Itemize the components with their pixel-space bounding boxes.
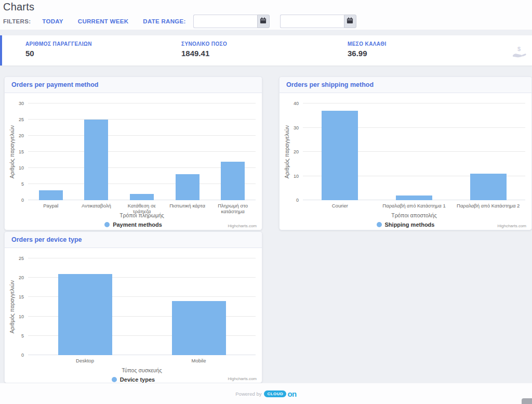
credits-link[interactable]: Highcharts.com bbox=[228, 224, 257, 228]
chart-card-device-types: Orders per device type Αριθμός παραγγελι… bbox=[4, 231, 262, 383]
legend-marker-icon bbox=[112, 377, 117, 382]
powered-by-label: Powered by bbox=[235, 391, 261, 397]
stat-value: 50 bbox=[25, 49, 92, 58]
x-tick-label: Πιστωτική κάρτα bbox=[169, 203, 205, 209]
y-tick-label: 5 bbox=[6, 333, 24, 338]
bars-row bbox=[28, 103, 256, 200]
bar[interactable] bbox=[172, 301, 226, 355]
bar-slot bbox=[119, 103, 165, 200]
bars-row bbox=[303, 103, 525, 200]
page-title: Charts bbox=[3, 1, 34, 13]
date-from-input[interactable] bbox=[193, 15, 257, 28]
x-axis-labels: CourierΠαραλαβή από Κατάστημα 1Παραλαβή … bbox=[303, 203, 525, 209]
x-tick-label: Αντικαταβολή bbox=[82, 203, 111, 209]
bar[interactable] bbox=[322, 111, 358, 200]
bar-slot bbox=[451, 103, 525, 200]
filters-label: FILTERS: bbox=[3, 18, 31, 24]
bar-slot bbox=[28, 258, 142, 355]
stat-value: 1849.41 bbox=[181, 49, 227, 58]
y-tick-label: 20 bbox=[281, 149, 299, 154]
stat-orders-count: ΑΡΙΘΜΟΣ ΠΑΡΑΓΓΕΛΙΩΝ 50 bbox=[25, 41, 92, 58]
credits-link[interactable]: Highcharts.com bbox=[497, 224, 526, 228]
orders-summary-card: ΑΡΙΘΜΟΣ ΠΑΡΑΓΓΕΛΙΩΝ 50 ΣΥΝΟΛΙΚΟ ΠΟΣΟ 184… bbox=[0, 35, 532, 66]
legend-marker-icon bbox=[377, 222, 382, 227]
x-tick-label: Παραλαβή από Κατάστημα 1 bbox=[382, 203, 445, 209]
chart-card-payment-methods: Orders per payment method Αριθμός παραγγ… bbox=[4, 76, 262, 230]
cloudon-logo-suffix: on bbox=[287, 391, 296, 397]
plot-area: 2520151050 bbox=[28, 258, 256, 355]
x-axis-labels: DesktopMobile bbox=[28, 358, 256, 364]
y-tick-label: 10 bbox=[281, 174, 299, 179]
legend-marker-icon bbox=[104, 222, 110, 227]
bar-slot bbox=[303, 103, 377, 200]
y-tick-label: 0 bbox=[281, 198, 299, 203]
bar-slot bbox=[377, 103, 451, 200]
cloudon-logo: CLOUD bbox=[264, 390, 286, 397]
bar[interactable] bbox=[221, 162, 245, 200]
x-axis-title: Τρόποι πληρωμής bbox=[28, 212, 256, 218]
bar[interactable] bbox=[84, 120, 108, 200]
y-tick-label: 10 bbox=[6, 165, 24, 171]
page-footer: Powered by CLOUD on bbox=[0, 383, 532, 404]
chart-card-header: Orders per shipping method bbox=[280, 77, 531, 93]
calendar-icon bbox=[347, 17, 353, 25]
legend-label: Device types bbox=[120, 376, 155, 383]
chart-card-header: Orders per device type bbox=[5, 232, 262, 248]
filter-today-link[interactable]: TODAY bbox=[42, 18, 63, 24]
x-tick-label: Mobile bbox=[192, 358, 206, 364]
chart-card-shipping-methods: Orders per shipping method Αριθμός παραγ… bbox=[279, 76, 532, 230]
date-to-group bbox=[280, 15, 356, 28]
bar-slot bbox=[142, 258, 256, 355]
credits-link[interactable]: Highcharts.com bbox=[228, 376, 257, 381]
y-tick-label: 0 bbox=[6, 198, 24, 203]
y-axis-title: Αριθμός παραγγελιών bbox=[9, 280, 15, 333]
bar[interactable] bbox=[396, 196, 432, 200]
y-tick-label: 20 bbox=[6, 275, 24, 280]
date-from-calendar-button[interactable] bbox=[257, 15, 270, 28]
chart-card-header: Orders per payment method bbox=[5, 77, 262, 93]
legend[interactable]: Device types bbox=[5, 376, 262, 383]
legend[interactable]: Payment methods bbox=[5, 221, 262, 228]
stat-total-amount: ΣΥΝΟΛΙΚΟ ΠΟΣΟ 1849.41 bbox=[181, 41, 227, 58]
bar[interactable] bbox=[39, 190, 63, 200]
y-tick-label: 15 bbox=[6, 294, 24, 299]
payment-methods-chart: Αριθμός παραγγελιών302520151050PaypalΑντ… bbox=[5, 93, 262, 230]
x-tick-label: Paypal bbox=[43, 203, 58, 209]
plot-area: 302520151050 bbox=[28, 103, 256, 200]
x-tick-slot: Πιστωτική κάρτα bbox=[165, 203, 210, 209]
x-axis-title: Τύπος συσκευής bbox=[28, 367, 256, 373]
legend-label: Shipping methods bbox=[385, 221, 435, 228]
chart-title: Orders per payment method bbox=[11, 81, 98, 88]
y-tick-label: 40 bbox=[281, 101, 299, 106]
date-range-label: DATE RANGE: bbox=[143, 18, 185, 24]
bar[interactable] bbox=[58, 274, 112, 355]
x-axis-title: Τρόποι αποστολής bbox=[303, 212, 525, 218]
x-tick-slot: Παραλαβή από Κατάστημα 2 bbox=[451, 203, 525, 209]
legend-label: Payment methods bbox=[113, 221, 162, 228]
x-tick-slot: Αντικαταβολή bbox=[74, 203, 119, 209]
stat-label: ΣΥΝΟΛΙΚΟ ΠΟΣΟ bbox=[181, 41, 227, 47]
x-tick-slot: Παραλαβή από Κατάστημα 1 bbox=[377, 203, 451, 209]
svg-text:$: $ bbox=[517, 46, 521, 52]
y-tick-label: 25 bbox=[6, 117, 24, 122]
x-tick-slot: Courier bbox=[303, 203, 377, 209]
bar-slot bbox=[28, 103, 74, 200]
legend[interactable]: Shipping methods bbox=[280, 221, 531, 228]
bar[interactable] bbox=[176, 174, 200, 200]
x-tick-slot: Mobile bbox=[142, 358, 256, 364]
page-header: Charts FILTERS: TODAY CURRENT WEEK DATE … bbox=[0, 0, 532, 30]
filter-current-week-link[interactable]: CURRENT WEEK bbox=[78, 18, 129, 24]
filters-bar: FILTERS: TODAY CURRENT WEEK DATE RANGE: bbox=[3, 15, 367, 28]
y-tick-label: 15 bbox=[6, 149, 24, 154]
bar[interactable] bbox=[470, 174, 507, 200]
calendar-icon bbox=[260, 17, 267, 25]
stat-label: ΑΡΙΘΜΟΣ ΠΑΡΑΓΓΕΛΙΩΝ bbox=[25, 41, 92, 47]
footer-brand[interactable]: Powered by CLOUD on bbox=[0, 390, 532, 397]
device-types-chart: Αριθμός παραγγελιών2520151050DesktopMobi… bbox=[5, 248, 262, 383]
bar[interactable] bbox=[130, 194, 154, 200]
bar-slot bbox=[74, 103, 119, 200]
date-to-calendar-button[interactable] bbox=[344, 15, 356, 28]
x-tick-label: Παραλαβή από Κατάστημα 2 bbox=[457, 203, 520, 209]
date-to-input[interactable] bbox=[280, 15, 344, 28]
y-tick-label: 25 bbox=[6, 256, 24, 261]
